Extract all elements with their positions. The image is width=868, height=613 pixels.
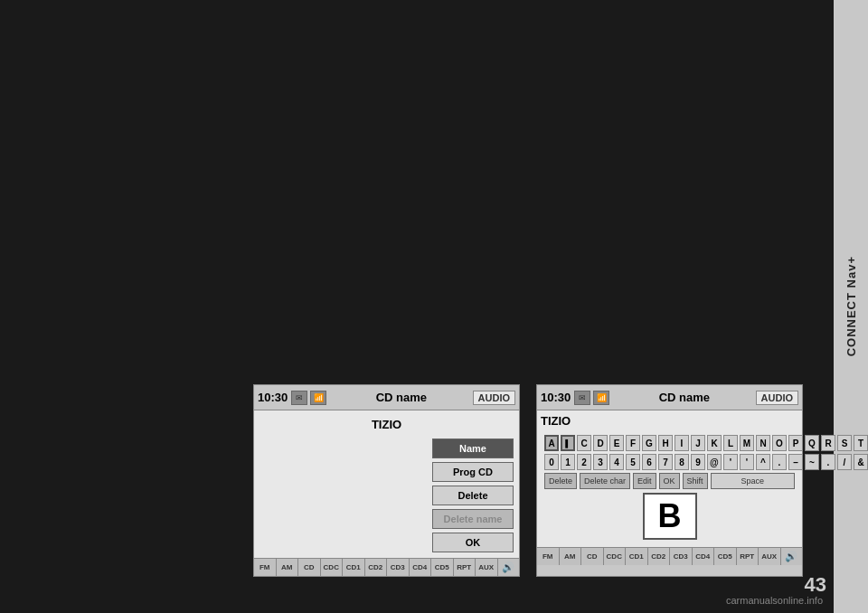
- left-cd2-btn[interactable]: CD2: [365, 559, 388, 576]
- right-cd1-btn[interactable]: CD1: [626, 548, 648, 565]
- left-panel-title: CD name: [330, 391, 472, 404]
- left-cd3-btn[interactable]: CD3: [387, 559, 410, 576]
- right-am-btn[interactable]: AM: [560, 548, 582, 565]
- key-K[interactable]: K: [707, 435, 722, 451]
- right-sidebar: CONNECT Nav+: [834, 0, 868, 613]
- right-header-icons: ✉ 📶: [574, 391, 609, 405]
- page-number: 43: [805, 573, 826, 597]
- key-quote2[interactable]: ': [740, 454, 754, 470]
- key-at[interactable]: @: [707, 454, 722, 470]
- right-envelope-icon: ✉: [574, 391, 590, 405]
- keyboard-row-1: A ▌ C D E F G H I J K L M N O P Q: [544, 435, 795, 451]
- key-S[interactable]: S: [837, 435, 852, 451]
- key-C[interactable]: C: [577, 435, 591, 451]
- key-G[interactable]: G: [642, 435, 656, 451]
- envelope-icon: ✉: [291, 391, 307, 405]
- right-cd3-btn[interactable]: CD3: [670, 548, 693, 565]
- left-rpt-btn[interactable]: RPT: [454, 559, 476, 576]
- key-8[interactable]: 8: [675, 454, 689, 470]
- key-J[interactable]: J: [691, 435, 705, 451]
- key-N[interactable]: N: [756, 435, 770, 451]
- left-cd5-btn[interactable]: CD5: [431, 559, 454, 576]
- delete-name-button[interactable]: Delete name: [432, 509, 514, 529]
- key-5[interactable]: 5: [626, 454, 640, 470]
- brand-text: CONNECT Nav+: [844, 256, 858, 356]
- key-dash[interactable]: –: [788, 454, 803, 470]
- left-panel-header: 10:30 ✉ 📶 CD name AUDIO: [254, 385, 519, 410]
- key-slash[interactable]: /: [837, 454, 852, 470]
- key-1[interactable]: 1: [561, 454, 575, 470]
- right-audio-badge: AUDIO: [756, 391, 798, 405]
- edit-btn[interactable]: Edit: [633, 473, 656, 489]
- key-O[interactable]: O: [772, 435, 787, 451]
- left-cd-btn[interactable]: CD: [298, 559, 321, 576]
- right-fm-btn[interactable]: FM: [537, 548, 560, 565]
- key-H[interactable]: H: [658, 435, 673, 451]
- left-panel: 10:30 ✉ 📶 CD name AUDIO TIZIO Name Prog …: [253, 384, 520, 577]
- key-6[interactable]: 6: [642, 454, 656, 470]
- right-cdc-btn[interactable]: CDC: [604, 548, 627, 565]
- right-aux-btn[interactable]: AUX: [759, 548, 781, 565]
- left-cd1-btn[interactable]: CD1: [343, 559, 365, 576]
- key-Q[interactable]: Q: [805, 435, 819, 451]
- key-E[interactable]: E: [609, 435, 624, 451]
- key-4[interactable]: 4: [609, 454, 624, 470]
- right-panel: 10:30 ✉ 📶 CD name AUDIO TIZIO A ▌ C D E …: [536, 384, 803, 577]
- space-btn[interactable]: Space: [711, 473, 795, 489]
- right-cd2-btn[interactable]: CD2: [648, 548, 671, 565]
- right-panel-title: CD name: [613, 391, 755, 404]
- key-D[interactable]: D: [593, 435, 608, 451]
- key-M[interactable]: M: [740, 435, 754, 451]
- panels-container: 10:30 ✉ 📶 CD name AUDIO TIZIO Name Prog …: [253, 384, 803, 577]
- right-rpt-btn[interactable]: RPT: [737, 548, 760, 565]
- delete-char-btn[interactable]: Delete char: [580, 473, 630, 489]
- left-panel-body: TIZIO Name Prog CD Delete Delete name OK: [254, 410, 519, 558]
- left-speaker-btn[interactable]: 🔊: [498, 559, 520, 576]
- right-time: 10:30: [541, 391, 571, 404]
- left-tizio: TIZIO: [259, 418, 514, 431]
- key-A[interactable]: A: [544, 435, 559, 451]
- key-0[interactable]: 0: [544, 454, 559, 470]
- delete-action-btn[interactable]: Delete: [544, 473, 577, 489]
- right-cd5-btn[interactable]: CD5: [714, 548, 737, 565]
- key-7[interactable]: 7: [658, 454, 673, 470]
- left-cdc-btn[interactable]: CDC: [321, 559, 344, 576]
- key-T[interactable]: T: [854, 435, 868, 451]
- key-R[interactable]: R: [821, 435, 835, 451]
- signal-icon: 📶: [310, 391, 326, 405]
- action-buttons-row: Delete Delete char Edit OK Shift Space: [544, 473, 795, 489]
- key-cursor[interactable]: ▌: [561, 435, 575, 451]
- key-P[interactable]: P: [788, 435, 803, 451]
- key-dot[interactable]: .: [772, 454, 787, 470]
- key-tilde[interactable]: ~: [805, 454, 819, 470]
- left-cd4-btn[interactable]: CD4: [410, 559, 432, 576]
- delete-button[interactable]: Delete: [432, 486, 514, 505]
- left-aux-btn[interactable]: AUX: [476, 559, 498, 576]
- keyboard-row-2: 0 1 2 3 4 5 6 7 8 9 @ ' ' ^ . – ~: [544, 454, 795, 470]
- prog-cd-button[interactable]: Prog CD: [432, 462, 514, 482]
- name-button[interactable]: Name: [432, 439, 514, 458]
- left-am-btn[interactable]: AM: [277, 559, 299, 576]
- ok-button[interactable]: OK: [432, 533, 514, 552]
- keyboard-area: A ▌ C D E F G H I J K L M N O P Q: [541, 431, 798, 545]
- key-F[interactable]: F: [626, 435, 640, 451]
- right-panel-header: 10:30 ✉ 📶 CD name AUDIO: [537, 385, 802, 410]
- key-9[interactable]: 9: [691, 454, 705, 470]
- left-time: 10:30: [258, 391, 288, 404]
- right-cd-btn[interactable]: CD: [581, 548, 604, 565]
- key-quote1[interactable]: ': [723, 454, 738, 470]
- key-L[interactable]: L: [723, 435, 738, 451]
- key-I[interactable]: I: [675, 435, 689, 451]
- right-tizio: TIZIO: [541, 414, 798, 428]
- key-dot2[interactable]: .: [821, 454, 835, 470]
- right-speaker-btn[interactable]: 🔊: [781, 548, 803, 565]
- right-cd4-btn[interactable]: CD4: [693, 548, 715, 565]
- key-2[interactable]: 2: [577, 454, 591, 470]
- key-amp[interactable]: &: [854, 454, 868, 470]
- shift-btn[interactable]: Shift: [683, 473, 708, 489]
- ok-action-btn[interactable]: OK: [659, 473, 680, 489]
- key-3[interactable]: 3: [593, 454, 608, 470]
- key-caret[interactable]: ^: [756, 454, 770, 470]
- left-fm-btn[interactable]: FM: [254, 559, 277, 576]
- left-audio-badge: AUDIO: [473, 391, 515, 405]
